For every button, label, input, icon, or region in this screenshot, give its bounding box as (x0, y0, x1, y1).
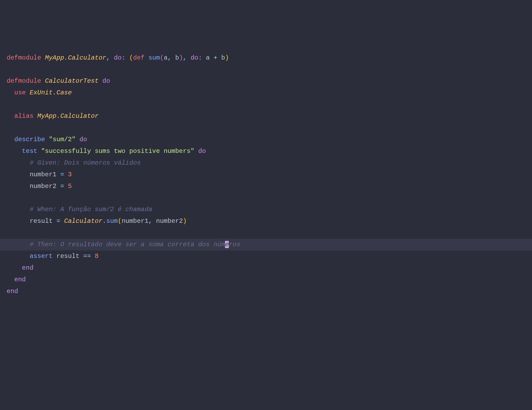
keyword-describe: describe (14, 136, 45, 143)
operator-eq: = (60, 171, 64, 178)
arg: number1 (122, 217, 148, 225)
keyword-use: use (14, 89, 26, 96)
keyword-def: def (133, 54, 144, 61)
comment-post: ros (229, 241, 240, 248)
comma: , (148, 217, 152, 225)
comment: # When: A função sum/2 é chamada (30, 206, 152, 213)
variable: number2 (30, 183, 56, 190)
code-line-14: # When: A função sum/2 é chamada (7, 204, 525, 215)
module-name: CalculatorTest (45, 77, 99, 85)
paren-open: ( (129, 54, 133, 61)
comment-pre: # Then: O resultado deve ser a soma corr… (30, 241, 225, 248)
comma: , (168, 54, 171, 61)
function-name: sum (148, 54, 160, 61)
module-name: ExUnit.Case (30, 89, 72, 96)
param-b: b (175, 54, 179, 61)
keyword-do: do: (190, 54, 202, 61)
module-name: MyApp.Calculator (37, 112, 98, 120)
code-line-6: alias MyApp.Calculator (7, 110, 525, 122)
keyword-end: end (7, 288, 18, 295)
operator-eq: = (60, 183, 64, 190)
number-literal: 5 (68, 183, 72, 190)
paren-open: ( (160, 54, 164, 61)
code-line-8: describe "sum/2" do (7, 134, 525, 145)
dot: . (102, 217, 106, 225)
paren-close: ) (179, 54, 183, 61)
number-literal: 3 (68, 171, 72, 178)
code-line-18: assert result == 8 (7, 250, 525, 262)
code-editor[interactable]: defmodule MyApp.Calculator, do: (def sum… (7, 52, 525, 297)
code-line-21: end (7, 286, 525, 297)
operator-plus: + (214, 54, 217, 61)
keyword-defmodule: defmodule (7, 54, 41, 61)
keyword-do: do (80, 136, 87, 143)
code-line-3: defmodule CalculatorTest do (7, 75, 525, 87)
code-line-1: defmodule MyApp.Calculator, do: (def sum… (7, 52, 525, 64)
variable: result (30, 217, 52, 225)
paren-close: ) (225, 54, 229, 61)
code-line-blank (7, 192, 525, 204)
keyword-end: end (22, 264, 34, 271)
text-cursor: e (225, 241, 229, 248)
string-literal: "successfully sums two positive numbers" (41, 148, 194, 155)
keyword-do: do: (114, 54, 125, 61)
code-line-blank (7, 122, 525, 134)
variable: number1 (30, 171, 56, 178)
code-line-19: end (7, 262, 525, 274)
keyword-alias: alias (14, 112, 34, 120)
keyword-assert: assert (30, 253, 52, 260)
code-line-4: use ExUnit.Case (7, 87, 525, 99)
string-literal: "sum/2" (49, 136, 76, 143)
operator-eq: = (56, 217, 60, 225)
param-a: a (164, 54, 168, 61)
paren-open: ( (118, 217, 122, 225)
variable: result (56, 253, 79, 260)
var-a: a (206, 54, 210, 61)
keyword-end: end (14, 276, 26, 283)
code-line-17-highlighted: # Then: O resultado deve ser a soma corr… (0, 239, 532, 250)
keyword-do: do (102, 77, 110, 85)
code-line-blank (7, 99, 525, 110)
code-line-9: test "successfully sums two positive num… (7, 145, 525, 157)
code-line-10: # Given: Dois números válidos (7, 157, 525, 169)
code-line-blank (7, 64, 525, 76)
code-line-11: number1 = 3 (7, 169, 525, 181)
comment: # Given: Dois números válidos (30, 159, 141, 166)
comma: , (183, 54, 187, 61)
operator-eq: == (83, 253, 91, 260)
keyword-defmodule: defmodule (7, 77, 41, 85)
arg: number2 (156, 217, 183, 225)
code-line-15: result = Calculator.sum(number1, number2… (7, 215, 525, 227)
code-line-20: end (7, 274, 525, 286)
function-name: sum (106, 217, 118, 225)
keyword-do: do (198, 148, 206, 155)
paren-close: ) (183, 217, 187, 225)
module-name: Calculator (64, 217, 102, 225)
module-name: MyApp.Calculator (45, 54, 106, 61)
code-line-12: number2 = 5 (7, 181, 525, 192)
var-b: b (221, 54, 225, 61)
comma: , (106, 54, 110, 61)
code-line-blank (7, 227, 525, 239)
number-literal: 8 (95, 253, 98, 260)
keyword-test: test (22, 148, 38, 155)
